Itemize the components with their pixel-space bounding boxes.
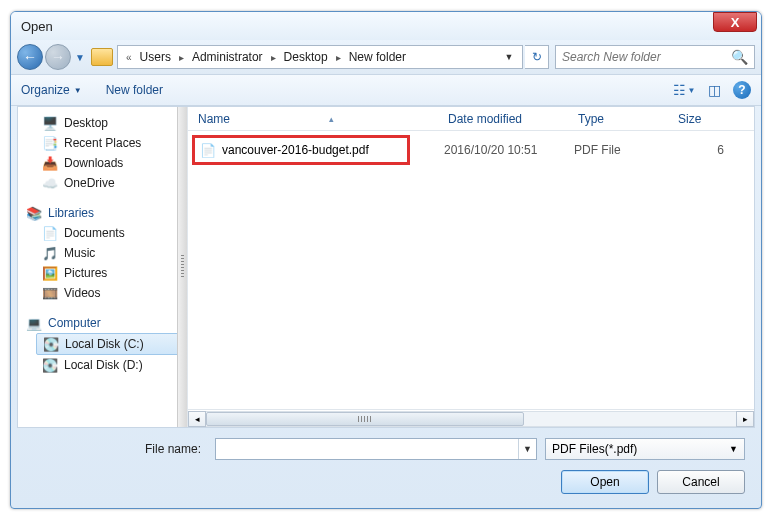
sidebar-item-music[interactable]: 🎵Music: [18, 243, 187, 263]
history-dropdown[interactable]: ▼: [73, 44, 87, 70]
breadcrumb-dropdown[interactable]: ▼: [500, 52, 518, 62]
pdf-file-icon: 📄: [200, 142, 216, 158]
pictures-icon: 🖼️: [42, 265, 58, 281]
preview-pane-button[interactable]: ◫: [703, 79, 725, 101]
toolbar: Organize▼ New folder ☷ ▼ ◫ ?: [11, 74, 761, 106]
sidebar-item-local-disk-d[interactable]: 💽Local Disk (D:): [18, 355, 187, 375]
chevron-right-icon: ▸: [332, 52, 345, 63]
scroll-right-button[interactable]: ▸: [736, 411, 754, 427]
navbar: ← → ▼ « Users ▸ Administrator ▸ Desktop …: [11, 40, 761, 74]
view-options-button[interactable]: ☷ ▼: [673, 79, 695, 101]
chevron-down-icon: ▼: [729, 444, 738, 454]
content-area: 🖥️Desktop 📑Recent Places 📥Downloads ☁️On…: [17, 106, 755, 428]
libraries-icon: 📚: [26, 205, 42, 221]
cancel-button[interactable]: Cancel: [657, 470, 745, 494]
help-button[interactable]: ?: [733, 81, 751, 99]
column-header-size[interactable]: Size: [668, 112, 754, 126]
titlebar[interactable]: Open X: [11, 12, 761, 40]
sidebar-splitter[interactable]: [177, 107, 187, 427]
recent-icon: 📑: [42, 135, 58, 151]
column-header-type[interactable]: Type: [568, 112, 668, 126]
back-button[interactable]: ←: [17, 44, 43, 70]
window-title: Open: [21, 19, 53, 34]
breadcrumb-users[interactable]: Users: [136, 48, 175, 66]
chevron-left-icon: «: [122, 52, 136, 63]
search-input[interactable]: [562, 50, 731, 64]
chevron-right-icon: ▸: [175, 52, 188, 63]
documents-icon: 📄: [42, 225, 58, 241]
bottom-bar: File name: ▼ PDF Files(*.pdf) ▼ Open Can…: [11, 428, 761, 508]
sidebar-item-documents[interactable]: 📄Documents: [18, 223, 187, 243]
music-icon: 🎵: [42, 245, 58, 261]
column-header-date[interactable]: Date modified: [438, 112, 568, 126]
videos-icon: 🎞️: [42, 285, 58, 301]
filename-input[interactable]: [216, 442, 518, 456]
sort-indicator-icon: ▴: [329, 114, 334, 124]
sidebar-item-downloads[interactable]: 📥Downloads: [18, 153, 187, 173]
file-type: PDF File: [574, 143, 674, 157]
sidebar-libraries-head[interactable]: 📚Libraries: [18, 203, 187, 223]
file-date: 2016/10/20 10:51: [444, 143, 574, 157]
sidebar-item-videos[interactable]: 🎞️Videos: [18, 283, 187, 303]
scroll-track[interactable]: [206, 411, 736, 427]
breadcrumb-new-folder[interactable]: New folder: [345, 48, 410, 66]
chevron-right-icon: ▸: [267, 52, 280, 63]
sidebar-item-desktop[interactable]: 🖥️Desktop: [18, 113, 187, 133]
window-buttons: X: [713, 12, 757, 34]
scroll-thumb[interactable]: [206, 412, 524, 426]
desktop-icon: 🖥️: [42, 115, 58, 131]
breadcrumb-administrator[interactable]: Administrator: [188, 48, 267, 66]
disk-icon: 💽: [43, 336, 59, 352]
cloud-icon: ☁️: [42, 175, 58, 191]
file-type-filter[interactable]: PDF Files(*.pdf) ▼: [545, 438, 745, 460]
disk-icon: 💽: [42, 357, 58, 373]
new-folder-button[interactable]: New folder: [106, 83, 163, 97]
file-row[interactable]: 📄vancouver-2016-budget.pdf 2016/10/20 10…: [194, 139, 748, 161]
column-headers: Name▴ Date modified Type Size: [188, 107, 754, 131]
refresh-button[interactable]: ↻: [525, 45, 549, 69]
file-pane: Name▴ Date modified Type Size 📄vancouver…: [188, 107, 754, 427]
filename-label: File name:: [27, 442, 207, 456]
organize-button[interactable]: Organize▼: [21, 83, 82, 97]
computer-icon: 💻: [26, 315, 42, 331]
downloads-icon: 📥: [42, 155, 58, 171]
file-size: 6: [674, 143, 748, 157]
scroll-left-button[interactable]: ◂: [188, 411, 206, 427]
search-box[interactable]: 🔍: [555, 45, 755, 69]
sidebar-item-onedrive[interactable]: ☁️OneDrive: [18, 173, 187, 193]
breadcrumb-desktop[interactable]: Desktop: [280, 48, 332, 66]
forward-button[interactable]: →: [45, 44, 71, 70]
column-header-name[interactable]: Name▴: [188, 112, 438, 126]
breadcrumb[interactable]: « Users ▸ Administrator ▸ Desktop ▸ New …: [117, 45, 523, 69]
open-dialog: Open X ← → ▼ « Users ▸ Administrator ▸ D…: [10, 11, 762, 509]
open-button[interactable]: Open: [561, 470, 649, 494]
chevron-down-icon: ▼: [74, 86, 82, 95]
filter-label: PDF Files(*.pdf): [552, 442, 729, 456]
search-icon[interactable]: 🔍: [731, 49, 748, 65]
filename-combo[interactable]: ▼: [215, 438, 537, 460]
file-name: vancouver-2016-budget.pdf: [222, 143, 369, 157]
sidebar-computer-head[interactable]: 💻Computer: [18, 313, 187, 333]
sidebar-item-local-disk-c[interactable]: 💽Local Disk (C:): [36, 333, 181, 355]
folder-icon: [91, 48, 113, 66]
horizontal-scrollbar[interactable]: ◂ ▸: [188, 409, 754, 427]
sidebar-item-recent[interactable]: 📑Recent Places: [18, 133, 187, 153]
filename-dropdown[interactable]: ▼: [518, 439, 536, 459]
sidebar-item-pictures[interactable]: 🖼️Pictures: [18, 263, 187, 283]
close-button[interactable]: X: [713, 12, 757, 32]
file-list[interactable]: 📄vancouver-2016-budget.pdf 2016/10/20 10…: [188, 131, 754, 409]
navigation-pane: 🖥️Desktop 📑Recent Places 📥Downloads ☁️On…: [18, 107, 188, 427]
